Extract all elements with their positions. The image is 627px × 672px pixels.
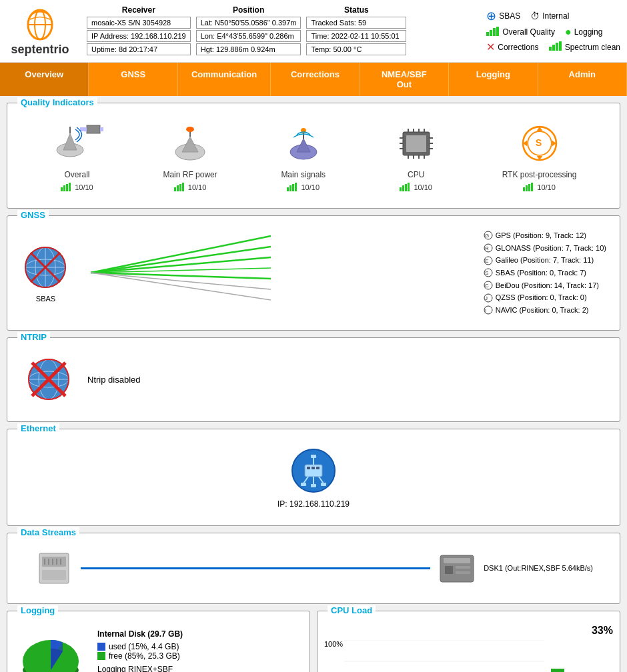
nav-admin[interactable]: Admin xyxy=(538,63,627,96)
cpu-chart-svg xyxy=(344,640,578,672)
receiver-row-1: IP Address: 192.168.110.219 xyxy=(87,30,191,42)
cpu-chart-area: 100% 0% xyxy=(324,640,613,672)
gnss-signal-lines xyxy=(84,229,271,316)
svg-rect-59 xyxy=(528,184,530,191)
ethernet-icon xyxy=(289,446,339,496)
used-color-dot xyxy=(97,643,105,651)
svg-rect-50 xyxy=(400,187,402,191)
nav-corrections[interactable]: Corrections xyxy=(271,63,360,96)
internal-indicator: ⏱ Internal xyxy=(530,9,569,23)
logging-label: Logging xyxy=(574,27,603,37)
gnss-navic: I NAVIC (Position: 0, Track: 2) xyxy=(484,304,606,317)
position-row-2: Hgt: 129.886m 0.924m xyxy=(196,43,301,55)
gnss-legend: G GPS (Position: 9, Track: 12) R GLONASS… xyxy=(484,229,606,317)
overall-quality-label: Overall Quality xyxy=(502,27,555,37)
logging-free-item: free (85%, 25.3 GB) xyxy=(97,651,183,661)
svg-rect-107 xyxy=(321,483,326,486)
spectrum-label: Spectrum clean xyxy=(565,43,620,52)
receiver-row-0: mosaic-X5 S/N 3054928 xyxy=(87,17,191,29)
corrections-icon: ✕ xyxy=(486,41,495,53)
nav-communication[interactable]: Communication xyxy=(178,63,271,96)
svg-rect-3 xyxy=(486,32,489,36)
globe-icon xyxy=(21,243,71,293)
svg-rect-120 xyxy=(445,566,453,574)
logging-free-label: free (85%, 25.3 GB) xyxy=(109,651,180,661)
svg-rect-4 xyxy=(490,30,492,36)
quality-section: Quality Indicators xyxy=(7,103,620,209)
receiver-title: Receiver xyxy=(87,5,191,15)
quality-label-signals: Main signals xyxy=(281,170,326,179)
nav-logging[interactable]: Logging xyxy=(449,63,538,96)
streams-content: DSK1 (Out:RINEX,SBF 5.64kB/s) xyxy=(14,540,613,597)
sbas-label: SBAS xyxy=(499,11,520,21)
quality-item-signals: Main signals 10/10 xyxy=(277,120,330,191)
sbas-indicator: ⊕ SBAS xyxy=(486,9,520,23)
status-row-top: ⊕ SBAS ⏱ Internal xyxy=(486,9,620,23)
quality-item-rf: Main RF power 10/10 xyxy=(163,120,217,191)
position-row-1: Lon: E4°43'55.6599" 0.286m xyxy=(196,30,301,42)
logging-disk-label: Internal Disk (29.7 GB) xyxy=(97,629,183,639)
svg-rect-119 xyxy=(444,558,470,563)
gnss-globe-container: SBAS xyxy=(21,243,71,303)
spectrum-indicator: Spectrum clean xyxy=(549,41,620,53)
svg-text:R: R xyxy=(485,245,489,251)
nav-nmea-sbf[interactable]: NMEA/SBF Out xyxy=(360,63,449,96)
navbar: Overview GNSS Communication Corrections … xyxy=(0,63,627,96)
bottom-panels: Logging xyxy=(7,611,620,672)
svg-rect-26 xyxy=(182,183,184,191)
svg-text:E: E xyxy=(485,258,488,264)
svg-rect-6 xyxy=(496,27,499,36)
corrections-label: Corrections xyxy=(498,43,538,52)
status-row-bot: ✕ Corrections Spectrum clean xyxy=(486,41,620,53)
gnss-gps: G GPS (Position: 9, Track: 12) xyxy=(484,229,606,242)
gnss-globe-label: SBAS xyxy=(36,295,55,303)
ntrip-content: Ntrip disabled xyxy=(14,345,613,415)
svg-text:S: S xyxy=(485,270,488,276)
svg-rect-105 xyxy=(301,483,306,486)
svg-rect-99 xyxy=(307,467,310,469)
rtk-icon: S xyxy=(513,120,566,167)
internal-icon: ⏱ xyxy=(530,11,540,21)
status-group: Status Tracked Sats: 59 Time: 2022-02-11… xyxy=(306,5,406,57)
cpu-icon xyxy=(390,120,443,167)
nav-overview[interactable]: Overview xyxy=(0,63,89,96)
svg-rect-51 xyxy=(402,185,404,191)
position-row-0: Lat: N50°50'55.0586" 0.397m xyxy=(196,17,301,29)
cpu-content: 33% 100% 0% xyxy=(324,618,613,672)
quality-label-cpu: CPU xyxy=(408,170,424,179)
quality-label-overall: Overall xyxy=(64,170,89,179)
ethernet-ip-label: IP: 192.168.110.219 xyxy=(277,499,350,509)
gnss-sbas: S SBAS (Position: 0, Track: 7) xyxy=(484,267,606,279)
disk-icon xyxy=(437,550,477,587)
stream-connection-line xyxy=(81,567,430,569)
svg-rect-52 xyxy=(405,184,407,191)
overall-quality-icon xyxy=(486,27,500,38)
svg-rect-13 xyxy=(87,125,100,133)
svg-rect-14 xyxy=(80,127,87,131)
gnss-title: GNSS xyxy=(17,210,49,220)
data-streams-title: Data Streams xyxy=(17,527,79,537)
svg-rect-101 xyxy=(316,467,320,469)
position-group: Position Lat: N50°50'55.0586" 0.397m Lon… xyxy=(196,5,301,57)
svg-point-22 xyxy=(186,127,194,132)
cpu-max-label: 100% xyxy=(324,640,343,648)
quality-label-rtk: RTK post-processing xyxy=(502,170,577,179)
septentrio-logo-icon xyxy=(20,6,60,43)
status-title: Status xyxy=(306,5,406,15)
status-icons: ⊕ SBAS ⏱ Internal Overall Quality ● Logg… xyxy=(486,9,620,53)
gnss-section: GNSS SBAS xyxy=(7,215,620,331)
svg-rect-30 xyxy=(287,187,289,191)
svg-rect-18 xyxy=(66,184,68,191)
svg-rect-23 xyxy=(174,187,176,191)
svg-rect-106 xyxy=(311,484,316,487)
logging-pie-chart xyxy=(14,625,87,672)
ntrip-section: NTRIP Ntrip disabled xyxy=(7,337,620,422)
ntrip-disabled-icon xyxy=(24,355,74,405)
signals-icon xyxy=(277,120,330,167)
logging-indicator: ● Logging xyxy=(565,26,602,38)
svg-rect-15 xyxy=(100,127,103,131)
gnss-glonass: R GLONASS (Position: 7, Track: 10) xyxy=(484,242,606,255)
sbas-icon: ⊕ xyxy=(486,9,496,23)
nav-gnss[interactable]: GNSS xyxy=(89,63,177,96)
svg-rect-31 xyxy=(289,185,291,191)
